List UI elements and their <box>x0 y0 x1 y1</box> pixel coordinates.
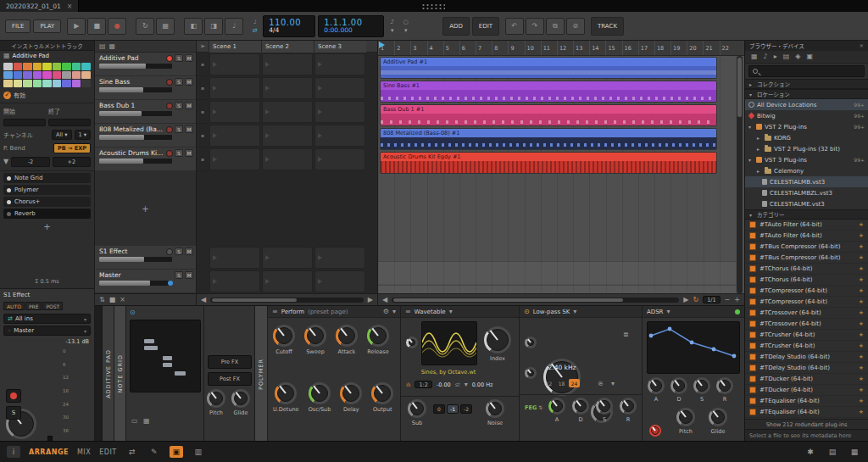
color-swatch[interactable] <box>14 80 23 87</box>
octave-option[interactable]: -1 <box>447 404 459 414</box>
color-swatch[interactable] <box>3 71 13 79</box>
track-grid-icon[interactable]: ▦ <box>109 43 116 50</box>
color-swatch[interactable] <box>81 80 91 87</box>
add-button[interactable]: ADD <box>442 17 470 36</box>
device-chain-item[interactable]: Reverb <box>3 209 91 219</box>
filter-type[interactable]: Low-pass SK <box>533 309 570 315</box>
delete-button[interactable]: ⊘ <box>566 18 585 35</box>
tempo-display[interactable]: 110.00 4/4 <box>263 15 315 37</box>
device-chain-item[interactable]: Chorus+ <box>3 197 91 207</box>
bend-down-field[interactable]: -2 <box>11 157 49 167</box>
color-swatch[interactable] <box>72 80 81 87</box>
solo-button[interactable]: S <box>175 248 183 255</box>
envelope-knob[interactable]: A <box>548 398 565 423</box>
volume-fader[interactable] <box>99 64 172 69</box>
zoom-in-icon[interactable]: + <box>734 297 740 303</box>
ratio-value[interactable]: 1:2 <box>415 381 431 388</box>
remote-knob[interactable]: Sweep <box>304 325 326 355</box>
input-select[interactable]: ⇄ All ins▾ <box>3 314 91 324</box>
show-redundant-button[interactable]: Show 212 redundant plug-ins <box>745 419 868 429</box>
volume-fader[interactable] <box>99 87 172 92</box>
punch-out-button[interactable]: ◨ <box>204 18 223 35</box>
clip-slot[interactable] <box>261 53 314 76</box>
volume-fader[interactable] <box>99 281 172 286</box>
track-chain-strip[interactable]: ADDITIVE PAD <box>102 306 114 442</box>
color-swatch[interactable] <box>33 63 42 70</box>
color-swatch[interactable] <box>42 71 52 79</box>
browser-search-field[interactable] <box>748 65 865 77</box>
plugin-result-item[interactable]: #TCrossover (64-bit) ★ <box>745 308 868 319</box>
file-button[interactable]: FILE <box>5 19 31 33</box>
record-arm-button[interactable] <box>166 126 173 133</box>
dual-view-icon[interactable]: ▣ <box>170 446 183 458</box>
time-signature-value[interactable]: 4/4 <box>269 27 309 34</box>
plugin-result-item[interactable]: #TDelay Studio (64-bit) ★ <box>745 363 868 374</box>
clip-slot[interactable] <box>261 100 314 124</box>
device-enabled-dot[interactable] <box>7 176 11 181</box>
color-swatch[interactable] <box>72 63 81 70</box>
mute-button[interactable]: M <box>185 125 193 133</box>
location-item[interactable]: ▸Celemony <box>745 165 868 176</box>
add-device-button[interactable]: + <box>0 222 94 231</box>
volume-fader[interactable] <box>99 135 172 140</box>
chevron-down-icon[interactable]: ▾ <box>449 309 453 315</box>
envelope-knob[interactable]: A <box>648 377 665 403</box>
plugin-result-item[interactable]: #TCrossover (64-bit) ★ <box>745 319 868 330</box>
filter-list-icon[interactable]: ≣ <box>623 331 629 338</box>
wavetable-display[interactable] <box>421 321 477 365</box>
effect-track-row[interactable]: S1 Effect S M <box>95 246 196 270</box>
color-swatch[interactable] <box>53 63 62 70</box>
color-swatch[interactable] <box>81 71 91 79</box>
channel-out-select[interactable]: 1 ▾ <box>75 130 91 140</box>
device-enabled-dot[interactable] <box>7 188 11 192</box>
favorite-star-icon[interactable]: ★ <box>859 353 864 360</box>
scroll-left-icon[interactable]: ◀ <box>201 297 206 303</box>
favorite-star-icon[interactable]: ★ <box>859 232 864 239</box>
clip-slot[interactable] <box>314 124 366 148</box>
arranger-vscrollbar[interactable] <box>737 56 743 293</box>
clip-slot[interactable] <box>261 76 314 100</box>
mute-button[interactable]: M <box>185 102 193 109</box>
wrench-icon[interactable]: ⚙ <box>383 309 389 315</box>
device-enabled-dot[interactable] <box>7 200 11 204</box>
envelope-knob[interactable]: S <box>693 377 710 403</box>
position-display[interactable]: 1.1.1.00 0:00.000 <box>318 15 384 37</box>
play-button[interactable]: ▶ <box>67 18 86 35</box>
playhead-marker[interactable] <box>379 42 385 48</box>
mute-button[interactable]: M <box>185 54 193 62</box>
tab-mix[interactable]: MIX <box>77 448 91 456</box>
record-arm-button[interactable] <box>166 55 173 62</box>
envelope-knob[interactable]: S <box>596 398 613 423</box>
mute-button[interactable]: M <box>185 248 193 255</box>
track-row[interactable]: Bass Dub 1 S M <box>95 100 196 124</box>
track-list-icon[interactable]: ▤ <box>99 43 106 50</box>
solo-button[interactable]: S <box>175 102 183 109</box>
noise-knob[interactable]: Noise <box>486 399 504 426</box>
color-swatch[interactable] <box>62 71 71 79</box>
favorite-star-icon[interactable]: ★ <box>859 365 864 371</box>
end-field[interactable] <box>48 119 91 126</box>
remote-page-title[interactable]: Perform <box>281 309 304 315</box>
settings-tab-icon[interactable]: ▣ <box>806 53 813 60</box>
color-swatch[interactable] <box>53 71 62 79</box>
clip-stop-button[interactable]: ▪ <box>197 124 209 148</box>
time-value[interactable]: 0:00.000 <box>324 27 378 34</box>
expand-icon[interactable]: ▭ <box>131 418 138 425</box>
timebase-selector[interactable]: ○▾ <box>400 19 411 34</box>
plugin-result-item[interactable]: #TCrusher (64-bit) ★ <box>745 330 868 341</box>
color-swatch[interactable] <box>72 71 81 79</box>
categories-section-header[interactable]: ▾カテゴリー <box>745 209 868 220</box>
color-swatch[interactable] <box>42 80 52 87</box>
remote-knob[interactable]: Osc/Sub <box>309 382 331 413</box>
color-swatch[interactable] <box>33 71 42 79</box>
solo-button[interactable]: S <box>6 406 21 420</box>
clip-slot[interactable] <box>261 148 314 171</box>
automation-mode-button[interactable]: AUTO <box>3 302 25 310</box>
envelope-knob[interactable]: R <box>716 377 733 403</box>
clip-slot[interactable] <box>209 124 261 148</box>
files-tab-icon[interactable]: ◈ <box>795 53 800 60</box>
color-swatch[interactable] <box>23 71 32 79</box>
track-button[interactable]: TRACK <box>591 17 624 36</box>
monitor-button[interactable] <box>166 248 173 255</box>
scene-header[interactable]: Scene 3 <box>314 41 366 53</box>
